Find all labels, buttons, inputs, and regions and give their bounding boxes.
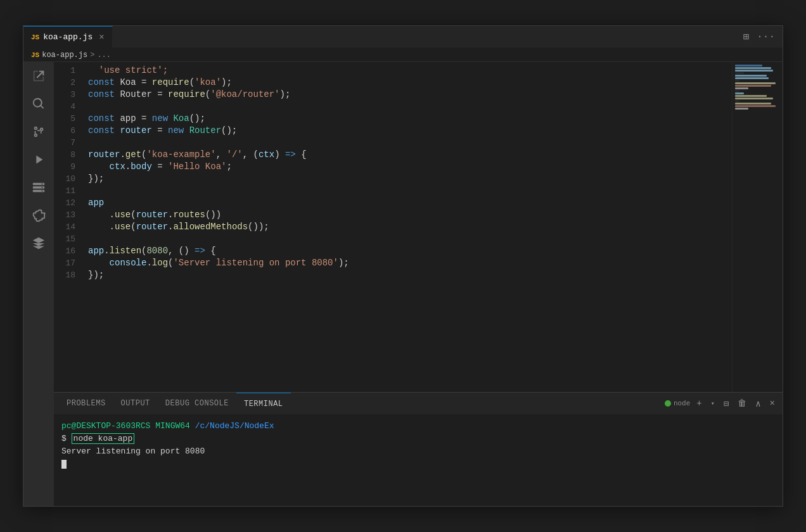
line-content: app.listen(8080, () => {	[86, 245, 732, 257]
js-file-icon: JS	[31, 34, 39, 41]
terminal-command-highlight: node koa-app	[72, 433, 135, 444]
terminal-mingw: MINGW64	[155, 421, 190, 431]
terminal-output: Server listening on port 8080	[61, 446, 205, 456]
activity-run-debug[interactable]	[30, 151, 48, 168]
line-number: 8	[54, 149, 86, 161]
line-number: 15	[54, 233, 86, 245]
activity-search[interactable]	[30, 95, 48, 113]
code-line: 12app	[54, 197, 732, 209]
new-terminal-button[interactable]: +	[694, 397, 704, 410]
terminal-dropdown-button[interactable]: ▾	[708, 398, 717, 408]
terminal-cursor-line	[61, 458, 775, 471]
line-content: console.log('Server listening on port 80…	[86, 257, 732, 269]
panel-tab-terminal[interactable]: TERMINAL	[236, 393, 291, 415]
code-line: 9 ctx.body = 'Hello Koa';	[54, 161, 732, 173]
line-content: .use(router.allowedMethods());	[86, 221, 732, 233]
terminal-user: pc@DESKTOP-3603RCS	[61, 421, 150, 431]
panel-tab-debug-console[interactable]: DEBUG CONSOLE	[158, 393, 236, 415]
code-line: 15	[54, 233, 732, 245]
tab-bar: JS koa-app.js × ⊞ ···	[23, 26, 783, 48]
vscode-window: JS koa-app.js × ⊞ ··· JS koa-app.js > ..…	[23, 25, 783, 507]
line-content: router.get('koa-example', '/', (ctx) => …	[86, 149, 732, 161]
line-content: const app = new Koa();	[86, 113, 732, 125]
breadcrumb-file: JS	[31, 51, 39, 59]
node-dot-icon	[665, 400, 671, 407]
line-number: 6	[54, 125, 86, 137]
tab-actions: ⊞ ···	[741, 29, 783, 44]
line-number: 1	[54, 65, 86, 77]
code-line: 1 'use strict';	[54, 65, 732, 77]
line-number: 16	[54, 245, 86, 257]
code-line: 4	[54, 101, 732, 113]
tab-label: koa-app.js	[43, 32, 93, 42]
breadcrumb: JS koa-app.js > ...	[23, 48, 783, 62]
node-label: node	[674, 400, 690, 407]
more-actions-button[interactable]: ···	[754, 30, 777, 44]
line-content: .use(router.routes())	[86, 209, 732, 221]
activity-remote[interactable]	[30, 179, 48, 196]
main-layout: 1 'use strict';2const Koa = require('koa…	[23, 62, 783, 506]
terminal-dollar: $	[61, 434, 72, 443]
tab-close-button[interactable]: ×	[99, 33, 104, 42]
panel-tabs: PROBLEMS OUTPUT DEBUG CONSOLE TERMINAL	[54, 393, 783, 415]
code-line: 14 .use(router.allowedMethods());	[54, 221, 732, 233]
trash-terminal-button[interactable]: 🗑	[735, 397, 749, 410]
code-line: 5const app = new Koa();	[54, 113, 732, 125]
svg-point-5	[42, 191, 43, 192]
line-number: 13	[54, 209, 86, 221]
code-line: 17 console.log('Server listening on port…	[54, 257, 732, 269]
tab-koa-app[interactable]: JS koa-app.js ×	[23, 26, 113, 48]
terminal-path: /c/NodeJS/NodeEx	[195, 421, 274, 431]
terminal-prompt-line: pc@DESKTOP-3603RCS MINGW64 /c/NodeJS/Nod…	[61, 420, 775, 433]
activity-source-control[interactable]	[30, 123, 48, 141]
line-content	[86, 185, 732, 197]
breadcrumb-sep: >	[90, 51, 94, 60]
breadcrumb-filename: koa-app.js	[42, 51, 87, 60]
line-number: 2	[54, 77, 86, 89]
breadcrumb-dots: ...	[97, 51, 111, 60]
line-number: 12	[54, 197, 86, 209]
line-content	[86, 101, 732, 113]
close-panel-button[interactable]: ×	[767, 397, 777, 410]
line-number: 5	[54, 113, 86, 125]
activity-explorer[interactable]	[30, 67, 48, 85]
activity-bar	[23, 62, 54, 506]
node-indicator: node	[665, 400, 690, 407]
line-content	[86, 233, 732, 245]
line-number: 17	[54, 257, 86, 269]
code-content[interactable]: 1 'use strict';2const Koa = require('koa…	[54, 62, 732, 392]
terminal-output-line: Server listening on port 8080	[61, 445, 775, 458]
code-line: 11	[54, 185, 732, 197]
line-content: app	[86, 197, 732, 209]
line-number: 10	[54, 173, 86, 185]
terminal-command: node koa-app	[74, 434, 133, 443]
activity-extensions[interactable]	[30, 206, 48, 224]
line-number: 4	[54, 101, 86, 113]
code-line: 10});	[54, 173, 732, 185]
terminal-content[interactable]: pc@DESKTOP-3603RCS MINGW64 /c/NodeJS/Nod…	[54, 415, 783, 506]
panel-tab-output[interactable]: OUTPUT	[113, 393, 158, 415]
line-content	[86, 137, 732, 149]
editor-area: 1 'use strict';2const Koa = require('koa…	[54, 62, 783, 506]
code-editor[interactable]: 1 'use strict';2const Koa = require('koa…	[54, 62, 783, 392]
code-line: 13 .use(router.routes())	[54, 209, 732, 221]
line-content: const Koa = require('koa');	[86, 77, 732, 89]
terminal-cursor	[61, 460, 67, 469]
svg-point-4	[42, 187, 43, 188]
line-content: const router = new Router();	[86, 125, 732, 137]
line-number: 18	[54, 269, 86, 281]
code-line: 2const Koa = require('koa');	[54, 77, 732, 89]
line-content: });	[86, 173, 732, 185]
split-terminal-button[interactable]: ⊟	[721, 397, 731, 410]
panel-actions: node + ▾ ⊟ 🗑 ∧ ×	[665, 397, 777, 410]
code-line: 8router.get('koa-example', '/', (ctx) =>…	[54, 149, 732, 161]
panel-tab-problems[interactable]: PROBLEMS	[59, 393, 113, 415]
minimap	[732, 62, 783, 392]
code-line: 16app.listen(8080, () => {	[54, 245, 732, 257]
code-line: 6const router = new Router();	[54, 125, 732, 137]
activity-packages[interactable]	[30, 234, 48, 252]
svg-point-3	[42, 184, 43, 185]
code-line: 18});	[54, 269, 732, 281]
maximize-panel-button[interactable]: ∧	[753, 397, 763, 410]
split-editor-button[interactable]: ⊞	[741, 29, 752, 44]
